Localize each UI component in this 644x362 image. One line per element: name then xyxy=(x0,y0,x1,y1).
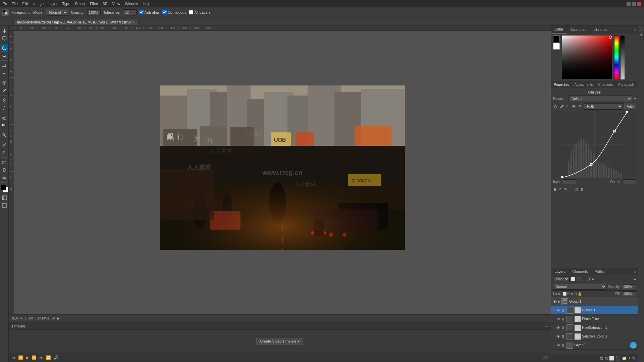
auto-button[interactable]: Auto xyxy=(624,104,636,109)
timeline-play[interactable]: ▶ xyxy=(26,355,29,360)
opacity-input[interactable] xyxy=(622,284,636,289)
foreground-color-swatch[interactable] xyxy=(1,185,6,190)
filter-smart-icon[interactable]: ★ xyxy=(591,277,595,281)
menu-3d[interactable]: 3D xyxy=(103,2,108,6)
channel-select[interactable]: RGB xyxy=(584,103,623,110)
anti-alias-checkbox[interactable] xyxy=(139,10,144,14)
alpha-slider[interactable] xyxy=(620,36,624,79)
move-tool[interactable] xyxy=(1,27,8,34)
screen-mode-button[interactable] xyxy=(1,202,8,209)
preset-dropdown-icon[interactable]: ▾ xyxy=(634,97,636,101)
tab-paths[interactable]: Paths xyxy=(591,268,607,275)
filter-adjust-icon[interactable]: ⬛ xyxy=(577,277,582,281)
add-mask-button[interactable]: ⬜ xyxy=(609,356,614,361)
lasso-tool[interactable] xyxy=(1,44,8,52)
menu-help[interactable]: Help xyxy=(143,2,150,6)
curves-reset[interactable]: ↺ xyxy=(558,187,562,192)
new-adjustment-button[interactable]: ⬛ xyxy=(615,356,621,361)
lock-transparent-icon[interactable]: ⬜ xyxy=(562,292,567,296)
color-panel-menu[interactable]: ≡ xyxy=(632,27,638,32)
layer-expand-button[interactable]: ▶ xyxy=(558,300,560,303)
hand-tool[interactable] xyxy=(1,166,8,174)
minimize-button[interactable] xyxy=(627,2,631,6)
tab-swatches[interactable]: Swatches xyxy=(567,26,590,33)
menu-file[interactable]: File xyxy=(12,2,18,6)
status-expand-arrow[interactable]: ▶ xyxy=(57,316,60,320)
curves-sample-icon[interactable] xyxy=(565,104,571,109)
link-layers-button[interactable]: ⛓ xyxy=(599,356,603,361)
timeline-audio[interactable]: 🔊 xyxy=(54,355,59,360)
background-color[interactable] xyxy=(553,43,560,50)
foreground-background-colors[interactable] xyxy=(1,185,8,192)
output-value[interactable] xyxy=(623,179,636,184)
curves-visibility[interactable]: 👁 xyxy=(563,187,568,192)
lock-paint-icon[interactable]: ✏ xyxy=(567,292,570,296)
menu-ps[interactable]: Ps xyxy=(3,2,7,6)
color-gradient-picker[interactable] xyxy=(562,36,612,79)
curves-clip-black[interactable]: ◼ xyxy=(553,187,557,192)
tab-properties[interactable]: Properties xyxy=(551,81,572,88)
eyedropper-tool[interactable] xyxy=(1,69,8,77)
menu-window[interactable]: Window xyxy=(125,2,138,6)
layer-visibility-toggle[interactable]: 👁 xyxy=(552,300,557,304)
menu-image[interactable]: Image xyxy=(34,2,44,6)
menu-select[interactable]: Select xyxy=(75,2,86,6)
tab-libraries[interactable]: Libraries xyxy=(590,26,611,33)
artboard-tool[interactable] xyxy=(1,35,8,42)
quick-select-tool[interactable] xyxy=(1,52,8,59)
zoom-tool[interactable] xyxy=(1,174,8,181)
menu-type[interactable]: Type xyxy=(62,2,70,6)
menu-view[interactable]: View xyxy=(112,2,120,6)
lock-all-icon[interactable]: 🔒 xyxy=(578,292,582,296)
timeline-skip-end[interactable]: ⏭ xyxy=(39,355,43,360)
curves-graph[interactable] xyxy=(553,111,636,178)
filter-pixel-icon[interactable]: ⬜ xyxy=(571,277,576,281)
quick-mask-button[interactable] xyxy=(1,194,8,201)
layer-visibility-toggle[interactable]: 👁 xyxy=(556,343,560,347)
document-tab[interactable]: bangkok-billboards-buildings-708764.jpg … xyxy=(13,19,139,25)
timeline-prev-frame[interactable]: ⏪ xyxy=(18,355,23,360)
menu-filter[interactable]: Filter xyxy=(90,2,98,6)
layer-item[interactable]: 👁 ⛓ Photo Filter 1 xyxy=(551,315,638,323)
eraser-tool[interactable] xyxy=(1,114,8,121)
pen-tool[interactable] xyxy=(1,141,8,148)
tab-paragraph[interactable]: Paragraph xyxy=(616,81,637,88)
timeline-skip-start[interactable]: ⏮ xyxy=(11,355,15,360)
timeline-loop[interactable]: 🔁 xyxy=(46,355,51,360)
history-brush-tool[interactable] xyxy=(1,104,8,112)
hue-slider[interactable] xyxy=(614,36,618,79)
mode-select[interactable]: Normal xyxy=(46,9,68,16)
curves-black-point-icon[interactable] xyxy=(571,104,577,109)
tab-color[interactable]: Color xyxy=(551,25,567,34)
input-value[interactable] xyxy=(563,179,576,184)
crop-tool[interactable] xyxy=(1,62,8,69)
filter-shape-icon[interactable]: ⬡ xyxy=(587,277,590,281)
preset-select[interactable]: Default xyxy=(569,96,632,102)
fill-input[interactable] xyxy=(622,291,636,296)
blend-mode-select[interactable]: Normal xyxy=(553,284,607,290)
panel-tools-button[interactable]: ⬛ xyxy=(639,27,644,32)
curves-hand-icon[interactable] xyxy=(553,104,558,109)
lock-artboard-icon[interactable]: ⬡ xyxy=(574,292,577,296)
tab-adjustments[interactable]: Adjustments xyxy=(572,81,596,88)
layer-item[interactable]: 👁 ⛓ Hue/Saturation 1 xyxy=(551,323,638,332)
curves-clip-white[interactable]: ◻ xyxy=(575,187,579,192)
layer-visibility-toggle[interactable]: 👁 xyxy=(556,317,560,321)
timeline-collapse-button[interactable]: — xyxy=(545,324,548,328)
delete-layer-button[interactable]: 🗑 xyxy=(632,356,636,361)
add-style-button[interactable]: fx xyxy=(605,356,608,361)
layer-visibility-toggle[interactable]: 👁 xyxy=(556,326,560,330)
lock-position-icon[interactable]: ✥ xyxy=(571,292,573,296)
brush-tool[interactable] xyxy=(1,87,8,94)
contiguous-checkbox[interactable] xyxy=(162,10,167,14)
layer-visibility-toggle[interactable]: 👁 xyxy=(556,335,560,339)
menu-edit[interactable]: Edit xyxy=(22,2,29,6)
layer-item[interactable]: 👁 ⛓ Selective Color 1 xyxy=(551,332,638,341)
tab-character[interactable]: Character xyxy=(596,81,616,88)
curves-white-point-icon[interactable] xyxy=(577,104,583,109)
opacity-input[interactable] xyxy=(87,9,101,15)
layer-visibility-toggle[interactable]: 👁 xyxy=(556,308,560,312)
clone-stamp-tool[interactable] xyxy=(1,97,8,104)
tolerance-input[interactable] xyxy=(123,9,137,15)
new-layer-button[interactable]: + xyxy=(628,356,631,361)
